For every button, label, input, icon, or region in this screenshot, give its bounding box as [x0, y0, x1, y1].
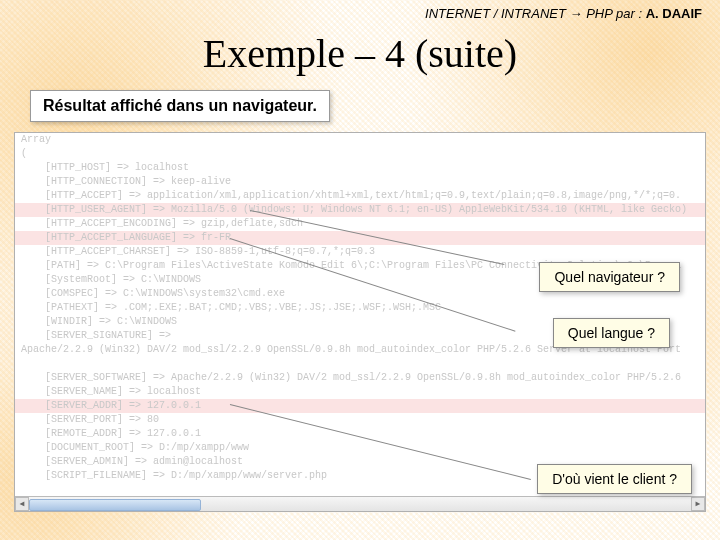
code-line: [PATHEXT] => .COM;.EXE;.BAT;.CMD;.VBS;.V… — [15, 301, 705, 315]
code-line: ( — [15, 147, 705, 161]
callout-client: D'où vient le client ? — [537, 464, 692, 494]
code-line: [DOCUMENT_ROOT] => D:/mp/xampp/www — [15, 441, 705, 455]
scroll-left-icon[interactable]: ◀ — [15, 497, 29, 511]
code-line: [HTTP_HOST] => localhost — [15, 161, 705, 175]
slide-title: Exemple – 4 (suite) — [0, 30, 720, 77]
code-line: [SERVER_SOFTWARE] => Apache/2.2.9 (Win32… — [15, 371, 705, 385]
header-author: A. DAAIF — [646, 6, 702, 21]
header-context: INTERNET / INTRANET — [425, 6, 566, 21]
scroll-right-icon[interactable]: ▶ — [691, 497, 705, 511]
header-by: par : — [616, 6, 646, 21]
header-breadcrumb: INTERNET / INTRANET → PHP par : A. DAAIF — [425, 6, 702, 21]
code-line-highlight: [SERVER_ADDR] => 127.0.0.1 — [15, 399, 705, 413]
code-line: [HTTP_CONNECTION] => keep-alive — [15, 175, 705, 189]
scroll-thumb[interactable] — [29, 499, 201, 511]
code-line: [HTTP_ACCEPT_ENCODING] => gzip,deflate,s… — [15, 217, 705, 231]
code-line: [HTTP_ACCEPT] => application/xml,applica… — [15, 189, 705, 203]
code-line: [SERVER_NAME] => localhost — [15, 385, 705, 399]
callout-browser: Quel navigateur ? — [539, 262, 680, 292]
code-line-highlight: [HTTP_USER_AGENT] => Mozilla/5.0 (Window… — [15, 203, 705, 217]
result-caption: Résultat affiché dans un navigateur. — [30, 90, 330, 122]
code-line: [SERVER_PORT] => 80 — [15, 413, 705, 427]
header-topic: PHP — [586, 6, 612, 21]
horizontal-scrollbar[interactable]: ◀ ▶ — [15, 496, 705, 511]
code-line — [15, 357, 705, 371]
callout-language: Quel langue ? — [553, 318, 670, 348]
code-line: [HTTP_ACCEPT_CHARSET] => ISO-8859-1,utf-… — [15, 245, 705, 259]
header-arrow: → — [570, 6, 587, 21]
code-line: Array — [15, 133, 705, 147]
code-line: [REMOTE_ADDR] => 127.0.0.1 — [15, 427, 705, 441]
